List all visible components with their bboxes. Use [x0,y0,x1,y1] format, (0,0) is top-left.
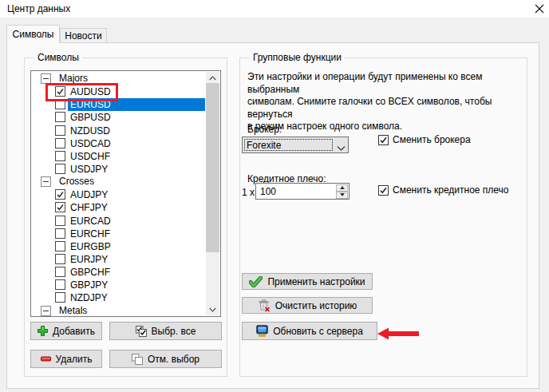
scroll-down-button[interactable] [206,303,219,315]
tab-symbols[interactable]: Символы [6,25,60,43]
checkmark-icon [56,87,65,96]
symbol-checkbox[interactable] [55,254,65,264]
symbol-label: EURCHF [68,228,205,240]
broker-dropdown[interactable]: Forexite [242,137,349,153]
symbol-checkbox[interactable] [55,216,65,226]
tree-item-audusd[interactable]: AUDUSD [32,85,206,98]
server-icon [256,325,268,337]
tree-item-gbpjpy[interactable]: GBPJPY [32,279,206,291]
update-from-server-button[interactable]: Обновить с сервера [242,322,377,340]
close-button[interactable] [530,0,549,17]
symbol-checkbox[interactable] [55,112,65,122]
select-all-icon [136,326,147,337]
symbol-label: NZDUSD [68,125,205,137]
triangle-up-icon [340,186,345,189]
symbol-label: USDJPY [68,163,205,176]
select-all-button[interactable]: Выбр. все [109,322,222,340]
symbol-checkbox[interactable] [55,151,65,161]
checkmark-icon [56,190,65,199]
description-line: в режим настроек одного символа. [247,121,525,133]
scrollbar-thumb[interactable] [206,83,219,252]
symbols-tree[interactable]: MajorsAUDUSDEURUSDGBPUSDNZDUSDUSDCADUSDC… [30,70,221,317]
change-leverage-label: Сменить кредитное плечо [393,185,509,196]
tree-group-majors[interactable]: Majors [32,73,206,85]
tab-news[interactable]: Новости [60,28,107,43]
symbol-label: CHFJPY [68,201,205,214]
symbol-checkbox[interactable] [55,86,65,97]
change-broker-label: Сменить брокера [393,135,471,145]
symbol-label: EURGBP [68,240,205,253]
leverage-prefix: 1 x [242,188,255,198]
tree-group-label: Majors [59,73,88,85]
tree-item-nzdusd[interactable]: NZDUSD [32,125,206,137]
symbol-label: AUDJPY [68,188,205,201]
symbol-checkbox[interactable] [55,267,65,277]
spinner-down-button[interactable] [336,192,348,199]
collapse-icon[interactable] [41,176,51,187]
tree-item-eurusd[interactable]: EURUSD [32,98,206,111]
tree-item-chfjpy[interactable]: CHFJPY [32,201,206,214]
tree-scrollbar[interactable] [206,72,219,315]
group-functions-title: Групповые функции [250,52,345,64]
chevron-down-icon [337,143,346,154]
symbols-tree-rows: MajorsAUDUSDEURUSDGBPUSDNZDUSDUSDCADUSDC… [32,72,206,315]
symbol-label: USDCAD [68,137,205,150]
tree-item-usdjpy[interactable]: USDJPY [32,163,206,176]
apply-settings-button[interactable]: Применить настройки [242,273,373,290]
tree-item-eurchf[interactable]: EURCHF [32,228,206,240]
tree-item-eurjpy[interactable]: EURJPY [32,253,206,266]
tree-item-gbpchf[interactable]: GBPCHF [32,266,206,279]
symbol-label: EURJPY [68,253,205,266]
deselect-button[interactable]: Отм. выбор [109,350,222,368]
symbol-checkbox[interactable] [55,138,65,148]
tree-group-metals[interactable]: Metals [32,305,206,318]
leverage-spinner[interactable]: 100 [255,183,350,200]
symbol-checkbox[interactable] [55,125,65,136]
clear-history-button[interactable]: Очистить историю [242,297,373,314]
apply-settings-label: Применить настройки [267,276,365,287]
chevron-down-icon [209,307,216,312]
symbol-checkbox[interactable] [55,99,65,109]
collapse-icon[interactable] [41,73,51,84]
tree-item-usdcad[interactable]: USDCAD [32,137,206,150]
symbol-checkbox[interactable] [55,292,65,303]
tree-item-usdchf[interactable]: USDCHF [32,150,206,163]
minus-icon [41,354,51,364]
spinner-up-button[interactable] [336,184,348,192]
group-functions-description: Эти настройки и операции будут применены… [247,71,525,133]
symbol-label: GBPJPY [68,279,205,291]
symbol-checkbox[interactable] [55,164,65,174]
window-title: Центр данных [7,0,70,18]
symbol-checkbox[interactable] [55,202,65,212]
symbol-checkbox[interactable] [55,241,65,251]
delete-button[interactable]: Удалить [30,350,102,368]
symbol-checkbox[interactable] [55,228,65,239]
checkmark-icon [379,136,388,145]
tree-item-gbpusd[interactable]: GBPUSD [32,111,206,124]
symbol-label: AUDUSD [68,85,205,98]
clear-history-label: Очистить историю [275,300,357,311]
symbol-label: EURCAD [68,215,205,228]
collapse-icon[interactable] [41,306,51,316]
change-leverage-checkbox[interactable] [378,185,389,196]
change-broker-checkbox[interactable] [378,135,389,145]
symbol-checkbox[interactable] [55,189,65,200]
tree-group-crosses[interactable]: Crosses [32,176,206,188]
description-line: символам. Снимите галочки со ВСЕХ символ… [247,96,525,121]
tree-item-eurcad[interactable]: EURCAD [32,215,206,228]
add-button[interactable]: Добавить [30,322,102,340]
select-all-button-label: Выбр. все [152,326,196,337]
close-icon [535,4,544,14]
title-bar: Центр данных [0,0,549,18]
symbols-groupbox-title: Символы [34,52,82,64]
chevron-up-icon [209,76,216,81]
trash-icon [258,299,271,312]
deselect-icon [132,354,143,365]
scroll-up-button[interactable] [206,72,219,84]
tree-item-nzdjpy[interactable]: NZDJPY [32,291,206,304]
tree-item-audjpy[interactable]: AUDJPY [32,188,206,201]
triangle-down-icon [340,193,345,196]
tree-item-eurgbp[interactable]: EURGBP [32,240,206,253]
symbol-checkbox[interactable] [55,279,65,290]
data-center-dialog: Центр данных Символы Новости Символы Maj… [0,0,549,392]
